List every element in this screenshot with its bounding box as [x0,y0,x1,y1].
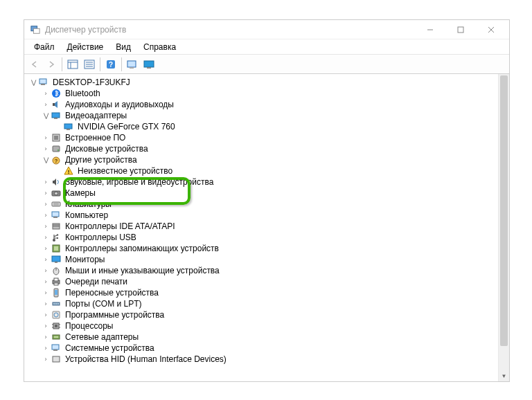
expand-icon[interactable]: › [41,298,51,309]
tree-item-other[interactable]: ⋁ ? Другие устройства [28,154,509,165]
toolbar-help-button[interactable]: ? [103,57,118,72]
tree-item-software[interactable]: › Программные устройства [28,309,509,320]
portable-device-icon [51,287,62,298]
svg-text:!: ! [68,169,70,175]
minimize-button[interactable] [415,21,445,39]
svg-rect-19 [39,79,46,84]
tree-root[interactable]: ⋁ DESKTOP-1F3UKFJ [28,77,509,88]
tree-item-video-adapters[interactable]: ⋁ Видеоадаптеры [28,110,509,121]
toolbar-monitor-button[interactable] [141,57,157,72]
tree-item-gpu[interactable]: NVIDIA GeForce GTX 760 [28,121,509,132]
tree-item-mice[interactable]: › Мыши и иные указывающие устройства [28,265,509,276]
vertical-scrollbar[interactable]: ▲ ▼ [498,74,509,381]
svg-rect-72 [52,345,59,349]
device-tree[interactable]: ⋁ DESKTOP-1F3UKFJ › Bluetooth › Аудиовхо… [28,77,509,365]
expand-icon[interactable]: › [41,276,51,287]
svg-rect-17 [144,61,154,67]
svg-rect-45 [57,237,58,239]
toolbar: ? [24,55,509,74]
svg-rect-49 [52,256,60,262]
nav-forward-button[interactable] [44,57,59,72]
toolbar-detail-button[interactable] [65,57,80,72]
expand-icon[interactable]: › [41,254,51,265]
tree-item-usb[interactable]: › Контроллеры USB [28,232,509,243]
expand-icon[interactable]: › [41,210,51,221]
menu-view[interactable]: Вид [110,41,136,53]
tree-item-audio-io[interactable]: › Аудиовходы и аудиовыходы [28,99,509,110]
expand-icon[interactable]: › [41,243,51,254]
scroll-thumb[interactable] [500,75,508,346]
tree-item-processors[interactable]: › Процессоры [28,320,509,331]
toolbar-view-button[interactable] [82,57,97,72]
titlebar[interactable]: Диспетчер устройств [24,20,509,39]
tree-item-ide[interactable]: › Контроллеры IDE ATA/ATAPI [28,221,509,232]
expand-icon[interactable]: › [41,309,51,320]
expand-icon[interactable]: › [41,188,51,199]
svg-rect-74 [53,356,60,362]
close-button[interactable] [476,21,506,39]
tree-item-unknown[interactable]: ! Неизвестное устройство [28,165,509,176]
audio-icon [51,99,62,110]
expand-icon[interactable]: › [41,343,51,354]
tree-item-cameras[interactable]: › Камеры [28,188,509,199]
app-icon [30,24,41,35]
expand-icon[interactable]: › [41,88,51,99]
expand-icon[interactable]: › [41,320,51,331]
tree-item-hid[interactable]: › Устройства HID (Human Interface Device… [28,354,509,365]
svg-point-60 [55,303,57,304]
software-device-icon [51,309,62,320]
collapse-icon[interactable]: ⋁ [41,110,51,121]
expand-icon[interactable]: › [41,354,51,365]
warning-icon: ! [63,165,74,176]
svg-rect-65 [55,325,57,327]
expand-icon[interactable]: › [41,176,51,188]
collapse-icon[interactable]: ⋁ [41,154,51,165]
maximize-button[interactable] [445,21,476,39]
tree-item-system[interactable]: › Системные устройства [28,343,509,354]
scroll-down-icon[interactable]: ▼ [499,370,509,381]
expand-icon[interactable]: › [41,287,51,298]
tree-item-disk[interactable]: › Дисковые устройства [28,143,509,154]
tree-item-ports[interactable]: › Порты (COM и LPT) [28,298,509,309]
expand-icon[interactable]: › [41,132,51,143]
svg-rect-71 [54,336,58,338]
svg-rect-36 [52,202,60,206]
menu-help[interactable]: Справка [138,41,181,53]
toolbar-separator [100,57,100,71]
display-adapter-icon [51,110,62,121]
expand-icon[interactable]: › [41,199,51,210]
tree-item-keyboards[interactable]: › Клавиатуры [28,199,509,210]
svg-rect-18 [147,67,151,69]
menu-file[interactable]: Файл [28,41,60,53]
nav-back-button[interactable] [27,57,42,72]
expand-icon[interactable]: › [41,232,51,243]
hid-icon [51,354,62,365]
tree-item-print-queues[interactable]: › Очереди печати [28,276,509,287]
svg-rect-6 [68,60,78,69]
tree-item-firmware[interactable]: › Встроенное ПО [28,132,509,143]
menubar: Файл Действие Вид Справка [24,39,509,55]
tree-item-network[interactable]: › Сетевые адаптеры [28,331,509,343]
tree-item-storage-controllers[interactable]: › Контроллеры запоминающих устройств [28,243,509,254]
svg-rect-48 [54,246,58,251]
expand-icon[interactable]: › [41,221,51,232]
other-device-icon: ? [51,154,62,165]
tree-item-bluetooth[interactable]: › Bluetooth [28,88,509,99]
tree-item-sound[interactable]: › Звуковые, игровые и видеоустройства [28,176,509,188]
device-manager-window: Диспетчер устройств Файл Действие Вид Сп… [24,19,510,382]
expand-icon[interactable]: › [41,143,51,154]
network-icon [51,331,62,343]
svg-rect-55 [54,283,58,285]
toolbar-scan-button[interactable] [125,57,140,72]
expand-icon[interactable]: › [41,265,51,276]
menu-action[interactable]: Действие [62,41,109,53]
tree-item-portable[interactable]: › Переносные устройства [28,287,509,298]
expand-icon[interactable]: › [41,99,51,110]
controller-icon [51,221,62,232]
tree-item-computer[interactable]: › Компьютер [28,210,509,221]
tree-item-monitors[interactable]: › Мониторы [28,254,509,265]
svg-rect-39 [52,212,59,217]
svg-rect-22 [53,103,55,106]
expand-icon[interactable]: ⋁ [28,77,38,88]
expand-icon[interactable]: › [41,331,51,343]
